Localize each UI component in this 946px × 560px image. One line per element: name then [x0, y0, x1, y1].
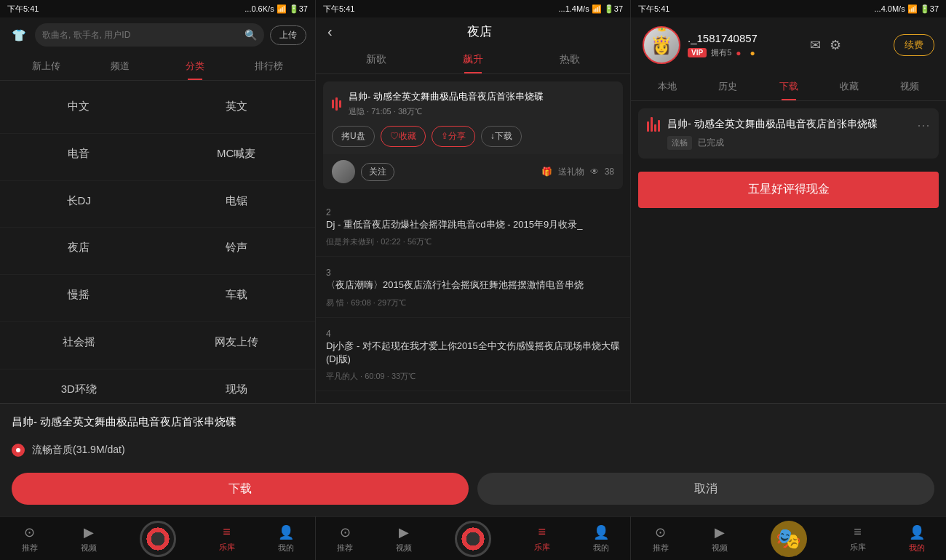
mine-icon-2: 👤 — [593, 524, 609, 540]
nav-video-2[interactable]: ▶ 视频 — [396, 524, 412, 553]
nav-video-1[interactable]: ▶ 视频 — [81, 524, 97, 553]
status-bar-3: 下午5:41 ...4.0M/s 📶 🔋37 — [631, 0, 946, 17]
track-item-3[interactable]: 3 〈夜店潮嗨〉2015夜店流行社会摇疯狂舞池摇摆激情电音串烧 易 惜 · 69… — [316, 257, 630, 317]
nav-recommend-1[interactable]: ⊙ 推荐 — [22, 524, 38, 553]
tab-rising[interactable]: 飙升 — [424, 46, 521, 73]
sbar4 — [658, 120, 660, 132]
nav-category[interactable]: 分类 — [158, 52, 232, 80]
settings-icon[interactable]: ⚙ — [830, 37, 841, 53]
bottom-nav-3: ⊙ 推荐 ▶ 视频 🎭 ≡ 乐库 👤 我的 — [631, 516, 946, 560]
nav-history[interactable]: 历史 — [697, 73, 758, 100]
playing-track-info: 昌帅- 动感全英文舞曲极品电音夜店首张串烧碟 退隐 · 71:05 · 38万℃ — [349, 90, 614, 117]
cat-english[interactable]: 英文 — [158, 87, 316, 134]
video-icon-3: ▶ — [715, 524, 725, 540]
search-input[interactable] — [42, 30, 240, 40]
nav-channel[interactable]: 频道 — [83, 52, 157, 80]
streamer-avatar — [332, 160, 355, 183]
category-nav: 新上传 频道 分类 排行榜 — [0, 52, 315, 81]
nav-recommend-3[interactable]: ⊙ 推荐 — [653, 524, 669, 553]
track-playing-row: 昌帅- 动感全英文舞曲极品电音夜店首张串烧碟 退隐 · 71:05 · 38万℃ — [323, 81, 623, 126]
quality-option[interactable]: 流畅音质(31.9M/dat) — [12, 438, 934, 463]
status-bar-2: 下午5:41 ...1.4M/s 📶 🔋37 — [316, 0, 630, 17]
cat-user-upload[interactable]: 网友上传 — [158, 322, 316, 369]
nav-library-1[interactable]: ≡ 乐库 — [219, 524, 235, 553]
library-icon-2: ≡ — [538, 524, 546, 540]
track-item-2[interactable]: 2 Dj - 重低音夜店劲爆社会摇弹跳电音cd串烧 - 2015年9月收录_ 但… — [316, 196, 630, 257]
five-star-button[interactable]: 五星好评得现金 — [638, 172, 939, 208]
download-dialog-title: 昌帅- 动感全英文舞曲极品电音夜店首张串烧碟 — [12, 415, 934, 429]
cat-mc[interactable]: MC喊麦 — [158, 134, 316, 181]
nav-mine-2[interactable]: 👤 我的 — [593, 524, 609, 553]
download-track-title: 昌帅- 动感全英文舞曲极品电音夜店首张串烧碟 — [667, 117, 910, 132]
back-button[interactable]: ‹ — [327, 23, 333, 40]
profile-nav: 本地 历史 下载 收藏 视频 — [631, 73, 946, 101]
tab-hot[interactable]: 热歌 — [522, 46, 619, 73]
confirm-download-btn[interactable]: 下载 — [12, 473, 469, 505]
completion-status: 已完成 — [698, 137, 724, 149]
mine-label-3: 我的 — [909, 543, 925, 553]
vinyl-button-1[interactable] — [140, 521, 176, 557]
cat-slowsway[interactable]: 慢摇 — [0, 275, 158, 322]
cat-chainsaw[interactable]: 电锯 — [158, 181, 316, 228]
cat-chinese[interactable]: 中文 — [0, 87, 158, 134]
download-status-row: 流畅 已完成 — [667, 136, 910, 150]
nav-recommend-2[interactable]: ⊙ 推荐 — [337, 524, 353, 553]
download-btn[interactable]: ↓下载 — [481, 126, 522, 147]
video-icon-2: ▶ — [399, 524, 409, 540]
playing-plays: 38万℃ — [398, 107, 422, 116]
renew-button[interactable]: 续费 — [894, 34, 934, 56]
cat-long-dj[interactable]: 长DJ — [0, 181, 158, 228]
quality-radio — [12, 444, 25, 457]
track-dur-4: 60:09 — [365, 372, 385, 380]
vinyl-button-2[interactable] — [455, 521, 491, 557]
shirt-icon[interactable]: 👕 — [9, 25, 29, 45]
favorite-btn[interactable]: ♡收藏 — [381, 126, 426, 147]
nav-mine-1[interactable]: 👤 我的 — [278, 524, 294, 553]
follow-button[interactable]: 关注 — [361, 163, 394, 181]
badges-text: 拥有5 — [711, 47, 731, 58]
recommend-label-3: 推荐 — [653, 543, 669, 553]
cat-electronic[interactable]: 电音 — [0, 134, 158, 181]
video-icon-1: ▶ — [84, 524, 94, 540]
viewers-count: 38 — [605, 167, 614, 177]
nav-library-3[interactable]: ≡ 乐库 — [850, 524, 866, 553]
nav-new-upload[interactable]: 新上传 — [9, 52, 83, 80]
track-num-3: 3 — [326, 268, 338, 278]
cat-ringtone[interactable]: 铃声 — [158, 228, 316, 275]
nav-video-p3[interactable]: 视频 — [880, 73, 940, 100]
track-plays-2: 56万℃ — [408, 237, 432, 246]
copy-usb-btn[interactable]: 拷U盘 — [332, 126, 375, 147]
track-title-4: Dj小彦 - 对不起现在我才爱上你2015全中文伤感慢摇夜店现场串烧大碟(Dj版… — [326, 340, 620, 366]
yellow-dot: ● — [750, 48, 755, 58]
search-bar[interactable]: 🔍 — [35, 23, 264, 47]
nav-chart[interactable]: 排行榜 — [232, 52, 306, 80]
nav-library-2[interactable]: ≡ 乐库 — [534, 524, 550, 553]
upload-button[interactable]: 上传 — [270, 25, 306, 45]
crown-icon: 👸 — [651, 35, 672, 55]
downloaded-track: 昌帅- 动感全英文舞曲极品电音夜店首张串烧碟 流畅 已完成 ⋯ — [638, 108, 939, 159]
library-icon-1: ≡ — [223, 524, 231, 540]
bottom-nav-2: ⊙ 推荐 ▶ 视频 ≡ 乐库 👤 我的 — [316, 516, 630, 560]
tab-new-song[interactable]: 新歌 — [327, 46, 424, 73]
track-item-4[interactable]: 4 Dj小彦 - 对不起现在我才爱上你2015全中文伤感慢摇夜店现场串烧大碟(D… — [316, 318, 630, 391]
nav-mine-3[interactable]: 👤 我的 — [909, 524, 925, 553]
vinyl-button-3[interactable]: 🎭 — [771, 521, 807, 557]
cat-car[interactable]: 车载 — [158, 275, 316, 322]
share-btn[interactable]: ⇪分享 — [432, 126, 475, 147]
nav-video-3[interactable]: ▶ 视频 — [712, 524, 728, 553]
mail-icon[interactable]: ✉ — [810, 37, 821, 53]
nav-local[interactable]: 本地 — [637, 73, 697, 100]
nav-favorite[interactable]: 收藏 — [819, 73, 879, 100]
quality-tag: 流畅 — [667, 136, 692, 150]
cancel-download-btn[interactable]: 取消 — [477, 473, 934, 505]
nav-download[interactable]: 下载 — [758, 73, 819, 100]
library-label-2: 乐库 — [534, 542, 550, 553]
cat-social[interactable]: 社会摇 — [0, 322, 158, 369]
video-label-1: 视频 — [81, 543, 97, 553]
mine-icon-3: 👤 — [909, 524, 925, 540]
search-icon: 🔍 — [245, 29, 257, 41]
cat-nightclub[interactable]: 夜店 — [0, 228, 158, 275]
vip-badge: VIP — [688, 48, 707, 57]
user-badges: VIP 拥有5 ● ● — [688, 47, 758, 58]
more-options-btn[interactable]: ⋯ — [917, 117, 930, 133]
